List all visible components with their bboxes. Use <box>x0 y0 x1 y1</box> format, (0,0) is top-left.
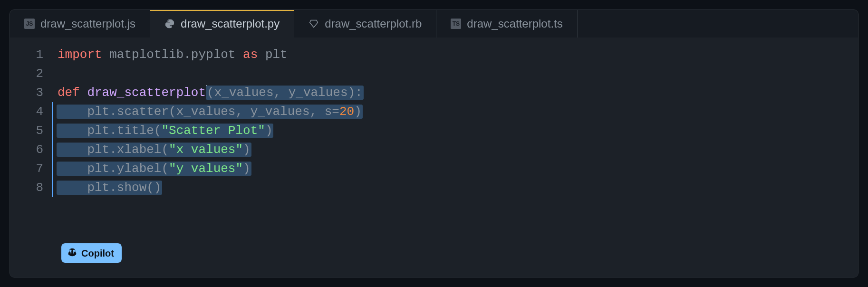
code-line[interactable]: 4 plt.scatter(x_values, y_values, s=20) <box>10 102 858 121</box>
line-number: 8 <box>10 178 53 197</box>
function-name: draw_scatterplot <box>80 86 206 100</box>
tab-ts[interactable]: TS draw_scatterplot.ts <box>436 10 577 38</box>
copilot-suggestion[interactable]: plt.scatter(x_values, y_values, s=20) <box>57 105 363 119</box>
editor-frame: JS draw_scatterplot.js draw_scatterplot.… <box>10 10 858 277</box>
keyword: def <box>58 86 80 100</box>
keyword: as <box>243 48 258 62</box>
line-number: 3 <box>10 83 53 102</box>
keyword: import <box>58 48 102 62</box>
tab-label: draw_scatterplot.py <box>181 17 280 30</box>
line-number: 1 <box>10 45 53 64</box>
editor-body[interactable]: 1 import matplotlib.pyplot as plt 2 3 de… <box>10 38 858 277</box>
copilot-suggestion[interactable]: plt.xlabel("x values") <box>57 143 251 157</box>
tab-js[interactable]: JS draw_scatterplot.js <box>10 10 150 38</box>
code-line[interactable]: 3 def draw_scatterplot(x_values, y_value… <box>10 83 858 102</box>
ruby-file-icon <box>309 19 319 29</box>
line-number: 4 <box>10 102 53 121</box>
copilot-label: Copilot <box>81 249 114 258</box>
copilot-suggestion[interactable]: plt.show() <box>57 181 162 195</box>
tab-label: draw_scatterplot.ts <box>467 17 562 30</box>
line-number: 7 <box>10 159 53 178</box>
code-line[interactable]: 1 import matplotlib.pyplot as plt <box>10 45 858 64</box>
copilot-suggestion[interactable]: plt.title("Scatter Plot") <box>57 124 273 138</box>
js-file-icon: JS <box>24 19 35 29</box>
copilot-suggestion[interactable]: (x_values, y_values): <box>206 86 364 100</box>
python-file-icon <box>164 19 175 29</box>
tab-rb[interactable]: draw_scatterplot.rb <box>294 10 436 38</box>
line-number: 5 <box>10 121 53 140</box>
tab-label: draw_scatterplot.js <box>40 17 135 30</box>
ts-file-icon: TS <box>451 19 461 29</box>
code-line[interactable]: 8 plt.show() <box>10 178 858 197</box>
copilot-badge[interactable]: Copilot <box>61 243 122 263</box>
code-line[interactable]: 2 <box>10 64 858 83</box>
tab-py[interactable]: draw_scatterplot.py <box>150 10 294 38</box>
code-text: matplotlib.pyplot <box>102 48 243 62</box>
line-number: 6 <box>10 140 53 159</box>
tab-bar: JS draw_scatterplot.js draw_scatterplot.… <box>10 10 858 38</box>
code-line[interactable]: 7 plt.ylabel("y values") <box>10 159 858 178</box>
code-text: plt <box>258 48 287 62</box>
copilot-icon <box>67 247 77 259</box>
copilot-suggestion[interactable]: plt.ylabel("y values") <box>57 162 251 176</box>
code-line[interactable]: 5 plt.title("Scatter Plot") <box>10 121 858 140</box>
code-line[interactable]: 6 plt.xlabel("x values") <box>10 140 858 159</box>
line-number: 2 <box>10 64 53 83</box>
tab-label: draw_scatterplot.rb <box>325 17 422 30</box>
